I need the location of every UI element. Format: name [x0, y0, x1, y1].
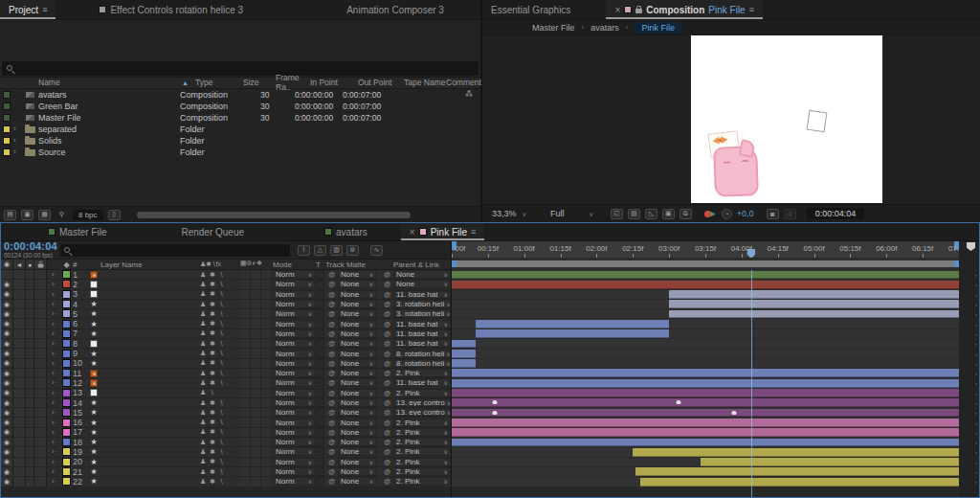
parent-pickwhip-icon[interactable]: @ — [381, 370, 393, 376]
preserve-transparency-cell[interactable] — [316, 369, 324, 377]
visibility-toggle[interactable]: ◉ — [1, 319, 13, 328]
view-layout-icon[interactable]: ⧉ — [679, 209, 692, 219]
label-color-chip[interactable] — [62, 398, 71, 407]
layer-switches[interactable]: ♟ ✱ ∖ — [200, 448, 240, 456]
graph-row[interactable] — [452, 389, 959, 398]
keyframe-marker[interactable] — [732, 411, 737, 415]
item-name[interactable]: Master File — [38, 113, 167, 123]
parent-dropdown[interactable]: 8. rotation heli∨ — [393, 350, 451, 358]
parent-dropdown[interactable]: None∨ — [393, 270, 451, 279]
layer-row[interactable]: ◉ › 10 ★ ♟ ✱ ∖ Norm∨ @ None∨ @ 8. rotati… — [1, 359, 451, 369]
layer-switch-cells[interactable] — [240, 438, 273, 446]
parent-dropdown[interactable]: 2. Pink∨ — [393, 389, 451, 397]
solo-toggle[interactable] — [26, 477, 34, 486]
track-matte-dropdown[interactable]: None∨ — [338, 378, 376, 387]
blend-mode-dropdown[interactable]: Norm∨ — [273, 408, 315, 417]
graph-row[interactable] — [452, 408, 959, 418]
panel-menu-icon[interactable]: ≡ — [471, 227, 476, 237]
lock-toggle[interactable] — [34, 408, 47, 417]
preserve-transparency-cell[interactable] — [316, 419, 324, 427]
label-color-chip[interactable] — [62, 477, 71, 486]
visibility-toggle[interactable]: ◉ — [1, 329, 13, 338]
parent-dropdown[interactable]: 2. Pink∨ — [393, 477, 451, 486]
audio-toggle[interactable] — [13, 458, 26, 466]
preserve-transparency-cell[interactable] — [316, 300, 324, 308]
layer-duration-bar[interactable] — [701, 458, 959, 466]
solo-toggle[interactable] — [26, 467, 34, 476]
preserve-transparency-cell[interactable] — [316, 398, 324, 407]
track-matte-dropdown[interactable]: None∨ — [338, 398, 376, 407]
layer-switch-cells[interactable] — [240, 418, 273, 426]
transparency-grid-icon[interactable]: ▨ — [628, 209, 640, 219]
layer-row[interactable]: ◉ › 3 ♟ ✱ ∖ Norm∨ @ None∨ @ 11. base hat… — [1, 290, 451, 300]
expand-arrow-icon[interactable]: › — [13, 147, 22, 156]
parent-pickwhip-icon[interactable]: @ — [381, 291, 393, 298]
layer-switches[interactable]: ♟ ✱ ∖ — [200, 419, 240, 426]
visibility-toggle[interactable]: ◉ — [1, 408, 13, 417]
graph-row[interactable] — [452, 458, 959, 467]
expand-arrow-icon[interactable]: › — [52, 309, 60, 318]
item-name[interactable]: Source — [38, 147, 167, 157]
layer-switch-cells[interactable] — [240, 477, 273, 486]
label-color-chip[interactable] — [62, 428, 71, 437]
parent-pickwhip-icon[interactable]: @ — [381, 379, 393, 386]
blend-mode-dropdown[interactable]: Norm∨ — [273, 398, 315, 407]
solo-toggle[interactable] — [26, 398, 34, 407]
project-row[interactable]: Master File Composition 30 0:00:00:00 0:… — [0, 112, 480, 124]
layer-duration-bar[interactable] — [452, 281, 959, 289]
blend-mode-dropdown[interactable]: Norm∨ — [273, 467, 315, 476]
track-matte-dropdown[interactable]: None∨ — [338, 350, 376, 358]
panel-menu-icon[interactable]: ≡ — [749, 5, 754, 14]
parent-dropdown[interactable]: 3. rotation heli∨ — [393, 309, 451, 318]
label-color-chip[interactable] — [62, 408, 71, 417]
parent-dropdown[interactable]: 3. rotation heli∨ — [393, 300, 451, 308]
blend-mode-dropdown[interactable]: Norm∨ — [273, 378, 315, 387]
matte-pickwhip-icon[interactable]: @ — [325, 448, 338, 455]
solo-toggle[interactable] — [26, 438, 34, 446]
item-name[interactable]: Solids — [38, 136, 167, 146]
graph-row[interactable] — [452, 378, 959, 388]
layer-row[interactable]: ◉ › 13 ♟ ∖ Norm∨ @ None∨ @ 2. Pink∨ — [1, 389, 451, 398]
blend-mode-dropdown[interactable]: Norm∨ — [273, 320, 315, 328]
label-color-chip[interactable] — [62, 467, 71, 476]
track-matte-dropdown[interactable]: None∨ — [338, 458, 376, 466]
track-matte-dropdown[interactable]: None∨ — [338, 428, 376, 437]
label-color-chip[interactable] — [62, 447, 71, 456]
graph-row[interactable] — [452, 359, 959, 369]
visibility-toggle[interactable]: ◉ — [1, 339, 13, 348]
layer-switch-cells[interactable] — [240, 349, 273, 357]
layer-row[interactable]: ◉ › 18 ★ ♟ ✱ ∖ Norm∨ @ None∨ @ 2. Pink∨ — [1, 438, 451, 447]
project-row[interactable]: › Source Folder — [0, 147, 480, 158]
matte-pickwhip-icon[interactable]: @ — [325, 468, 338, 475]
layer-switches[interactable]: ♟ ✱ ∖ — [200, 399, 240, 407]
project-search[interactable] — [2, 61, 479, 76]
parent-dropdown[interactable]: 11. base hat∨ — [393, 329, 451, 338]
tab-pink-file[interactable]: × Pink File ≡ — [401, 223, 484, 240]
matte-pickwhip-icon[interactable]: @ — [325, 379, 338, 386]
lock-toggle[interactable] — [34, 398, 47, 407]
expand-arrow-icon[interactable]: › — [52, 339, 60, 348]
matte-pickwhip-icon[interactable]: @ — [325, 429, 338, 436]
layer-duration-bar[interactable] — [452, 439, 959, 447]
lock-toggle[interactable] — [34, 477, 47, 486]
label-color-chip[interactable] — [62, 389, 71, 397]
solo-toggle[interactable] — [26, 408, 34, 417]
label-color-chip[interactable] — [62, 270, 71, 279]
matte-pickwhip-icon[interactable]: @ — [325, 340, 338, 347]
layer-duration-bar[interactable] — [452, 379, 959, 388]
channel-rgb-icon[interactable] — [704, 211, 711, 217]
solo-toggle[interactable] — [26, 270, 34, 279]
current-time-display[interactable]: 0:00:04:04 00124 (30.00 fps) — [1, 241, 60, 260]
blend-mode-dropdown[interactable]: Norm∨ — [273, 428, 315, 437]
audio-toggle[interactable] — [13, 398, 26, 407]
track-matte-dropdown[interactable]: None∨ — [338, 290, 376, 299]
layer-row[interactable]: ◉ › 19 ★ ♟ ✱ ∖ Norm∨ @ None∨ @ 2. Pink∨ — [1, 447, 451, 457]
parent-pickwhip-icon[interactable]: @ — [381, 271, 393, 278]
parent-dropdown[interactable]: 2. Pink∨ — [393, 447, 451, 456]
layer-duration-bar[interactable] — [476, 320, 669, 328]
layer-switch-cells[interactable] — [240, 369, 273, 377]
label-color-chip[interactable] — [62, 320, 71, 328]
layer-switch-cells[interactable] — [240, 280, 273, 288]
blend-mode-dropdown[interactable]: Norm∨ — [273, 309, 315, 318]
playhead-line[interactable] — [751, 270, 752, 497]
